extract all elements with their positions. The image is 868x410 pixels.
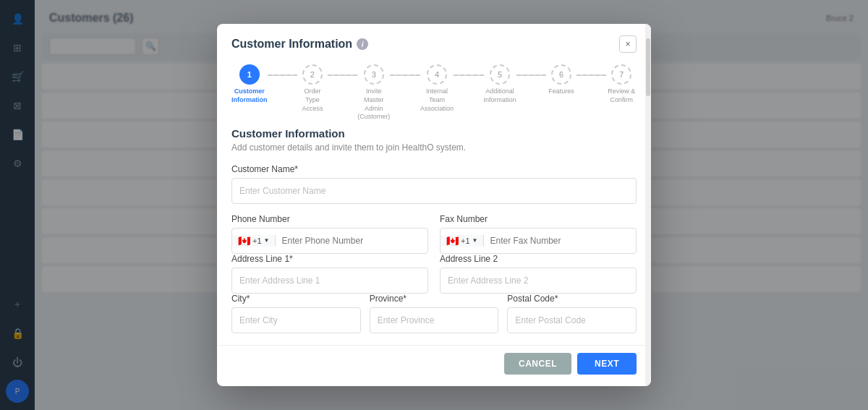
step-6-circle: 6	[551, 64, 571, 85]
modal-overlay: Customer Information i × 1 CustomerInfor…	[0, 0, 868, 410]
modal-title-text: Customer Information	[231, 38, 352, 51]
step-3-circle: 3	[364, 64, 384, 85]
step-7-label: Review & Confirm	[606, 87, 637, 104]
fax-input-group: 🇨🇦 +1 ▼	[440, 228, 637, 254]
modal-footer: CANCEL NEXT	[217, 345, 651, 386]
phone-code: +1	[252, 236, 262, 245]
step-line-4	[454, 74, 484, 76]
step-6: 6 Features	[546, 64, 576, 96]
section-title: Customer Information	[231, 127, 637, 140]
phone-flag-selector[interactable]: 🇨🇦 +1 ▼	[232, 235, 276, 247]
address2-group: Address Line 2	[440, 254, 637, 294]
fax-flag-selector[interactable]: 🇨🇦 +1 ▼	[441, 235, 484, 247]
step-7-circle: 7	[611, 64, 631, 85]
close-button[interactable]: ×	[619, 35, 637, 53]
customer-name-group: Customer Name*	[231, 164, 637, 204]
section-subtitle: Add customer details and invite them to …	[231, 142, 637, 153]
city-input[interactable]	[231, 307, 361, 333]
postal-input[interactable]	[507, 307, 637, 333]
step-line-6	[576, 74, 607, 76]
fax-dropdown-icon: ▼	[472, 237, 478, 244]
step-4-label: Internal TeamAssociation	[420, 87, 454, 113]
scroll-indicator	[645, 24, 651, 386]
step-5: 5 AdditionalInformation	[484, 64, 516, 104]
modal-title: Customer Information i	[231, 38, 368, 51]
step-2: 2 Order Type Access	[297, 64, 328, 113]
step-5-label: AdditionalInformation	[484, 87, 516, 104]
step-6-label: Features	[548, 87, 574, 96]
step-7: 7 Review & Confirm	[606, 64, 637, 104]
address1-group: Address Line 1*	[231, 254, 428, 294]
address2-input[interactable]	[440, 268, 637, 294]
province-input[interactable]	[370, 307, 499, 333]
city-label: City*	[231, 294, 361, 304]
modal-body: Customer Information Add customer detail…	[217, 127, 651, 345]
province-group: Province*	[370, 294, 499, 333]
section-header: Customer Information Add customer detail…	[231, 127, 637, 153]
city-province-postal-row: City* Province* Postal Code*	[231, 294, 637, 333]
phone-group: Phone Number 🇨🇦 +1 ▼	[231, 214, 428, 254]
phone-label: Phone Number	[231, 214, 428, 224]
step-4: 4 Internal TeamAssociation	[420, 64, 454, 113]
step-1-circle: 1	[239, 64, 260, 85]
step-5-circle: 5	[490, 64, 510, 85]
phone-input-group: 🇨🇦 +1 ▼	[231, 228, 428, 254]
fax-label: Fax Number	[440, 214, 637, 224]
customer-information-modal: Customer Information i × 1 CustomerInfor…	[217, 24, 651, 386]
step-3-label: Invite MasterAdmin (Customer)	[357, 87, 390, 121]
step-2-circle: 2	[302, 64, 323, 85]
steps-row: 1 CustomerInformation 2 Order Type Acces…	[231, 64, 637, 121]
postal-group: Postal Code*	[507, 294, 637, 333]
info-icon: i	[357, 38, 368, 50]
phone-fax-row: Phone Number 🇨🇦 +1 ▼ Fax Number	[231, 214, 637, 254]
cancel-button[interactable]: CANCEL	[504, 353, 571, 375]
postal-label: Postal Code*	[507, 294, 637, 304]
step-4-circle: 4	[427, 64, 447, 85]
city-group: City*	[231, 294, 361, 333]
fax-number-input[interactable]	[484, 236, 636, 246]
scroll-thumb	[646, 38, 650, 96]
fax-code: +1	[461, 236, 470, 245]
step-2-label: Order Type Access	[297, 87, 328, 113]
phone-dropdown-icon: ▼	[264, 237, 270, 244]
address1-input[interactable]	[231, 268, 428, 294]
fax-canada-flag: 🇨🇦	[446, 235, 459, 247]
canada-flag: 🇨🇦	[238, 235, 250, 247]
modal-header: Customer Information i ×	[217, 24, 651, 53]
address-row: Address Line 1* Address Line 2	[231, 254, 637, 294]
customer-name-input[interactable]	[231, 178, 637, 204]
phone-number-input[interactable]	[276, 236, 427, 246]
step-1-label: CustomerInformation	[231, 87, 268, 104]
step-1: 1 CustomerInformation	[231, 64, 268, 104]
step-line-5	[516, 74, 547, 76]
steps-container: 1 CustomerInformation 2 Order Type Acces…	[217, 53, 651, 127]
step-line-1	[268, 74, 298, 76]
step-line-3	[390, 74, 420, 76]
step-3: 3 Invite MasterAdmin (Customer)	[357, 64, 390, 121]
province-label: Province*	[370, 294, 499, 304]
address2-label: Address Line 2	[440, 254, 637, 264]
next-button[interactable]: NEXT	[577, 353, 637, 375]
fax-group: Fax Number 🇨🇦 +1 ▼	[440, 214, 637, 254]
customer-name-label: Customer Name*	[231, 164, 637, 174]
step-line-2	[328, 74, 358, 76]
address1-label: Address Line 1*	[231, 254, 428, 264]
